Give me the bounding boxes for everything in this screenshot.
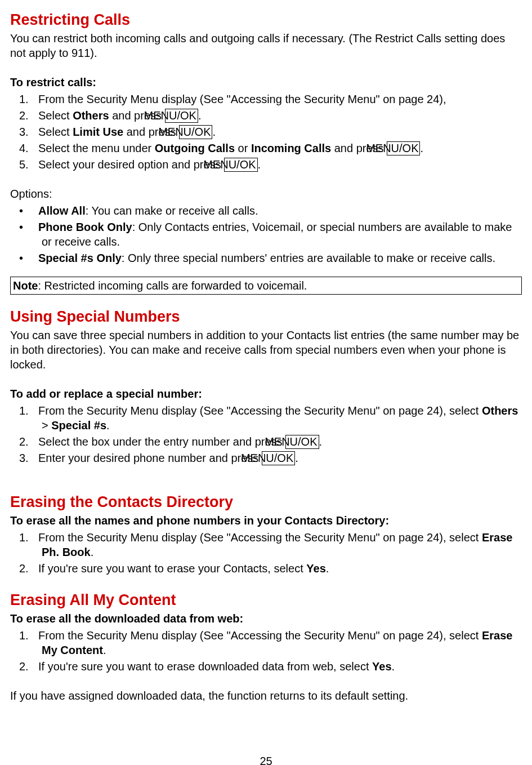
heading-special-numbers: Using Special Numbers bbox=[10, 307, 522, 327]
list-item: 1.From the Security Menu display (See "A… bbox=[10, 628, 522, 657]
list-item: •Allow All: You can make or receive all … bbox=[10, 203, 522, 218]
step-text: . bbox=[103, 644, 106, 656]
step-text: or bbox=[235, 142, 251, 154]
menu-ok-key: MENU/OK bbox=[387, 141, 420, 155]
subheading-add-special-number: To add or replace a special number: bbox=[10, 386, 522, 401]
erase-contacts-steps: 1.From the Security Menu display (See "A… bbox=[10, 530, 522, 576]
step-text: . bbox=[392, 660, 395, 673]
intro-special-numbers: You can save three special numbers in ad… bbox=[10, 328, 522, 372]
step-bold: Yes bbox=[306, 562, 325, 575]
step-text: From the Security Menu display (See "Acc… bbox=[38, 531, 482, 544]
step-bold: Special #s bbox=[51, 419, 106, 432]
note-text: : Restricted incoming calls are forwarde… bbox=[38, 279, 307, 292]
list-item: 1.From the Security Menu display (See "A… bbox=[10, 403, 522, 433]
step-text: Enter your desired phone number and pres… bbox=[38, 452, 262, 464]
step-bold: Incoming Calls bbox=[251, 142, 331, 154]
list-item: •Special #s Only: Only three special num… bbox=[10, 251, 522, 265]
step-text: . bbox=[295, 452, 298, 464]
list-item: 5.Select your desired option and press M… bbox=[10, 157, 522, 172]
subheading-erase-content: To erase all the downloaded data from we… bbox=[10, 611, 522, 626]
step-text: From the Security Menu display (See "Acc… bbox=[38, 629, 482, 642]
step-text: Select bbox=[38, 109, 73, 122]
step-text: . bbox=[258, 158, 261, 171]
special-number-steps: 1.From the Security Menu display (See "A… bbox=[10, 403, 522, 465]
page-number: 25 bbox=[10, 754, 522, 765]
step-text: . bbox=[106, 419, 110, 432]
subheading-to-restrict-calls: To restrict calls: bbox=[10, 75, 522, 90]
step-text: Select bbox=[38, 126, 73, 138]
trailing-note: If you have assigned downloaded data, th… bbox=[10, 688, 522, 703]
menu-ok-key: MENU/OK bbox=[224, 158, 257, 172]
step-text: Select the menu under bbox=[38, 142, 155, 154]
step-text: . bbox=[212, 126, 216, 138]
step-text: If you're sure you want to erase your Co… bbox=[38, 562, 306, 575]
step-text: . bbox=[326, 562, 329, 575]
option-text: : You can make or receive all calls. bbox=[86, 204, 258, 217]
restrict-calls-steps: 1.From the Security Menu display (See "A… bbox=[10, 92, 522, 172]
list-item: 2.Select the box under the entry number … bbox=[10, 434, 522, 449]
step-text: . bbox=[420, 142, 423, 154]
heading-erasing-contacts: Erasing the Contacts Directory bbox=[10, 492, 522, 512]
list-item: 2.Select Others and press MENU/OK. bbox=[10, 108, 522, 123]
step-text: . bbox=[91, 546, 94, 558]
heading-erasing-content: Erasing All My Content bbox=[10, 590, 522, 610]
intro-restricting-calls: You can restrict both incoming calls and… bbox=[10, 31, 522, 60]
step-bold: Others bbox=[73, 109, 109, 122]
step-text: > bbox=[42, 419, 51, 432]
option-bold: Phone Book Only bbox=[38, 221, 132, 233]
step-text: . bbox=[319, 435, 323, 448]
note-box: Note: Restricted incoming calls are forw… bbox=[10, 277, 522, 295]
options-list: •Allow All: You can make or receive all … bbox=[10, 203, 522, 265]
options-label: Options: bbox=[10, 186, 522, 201]
note-label: Note bbox=[13, 279, 38, 292]
list-item: 4.Select the menu under Outgoing Calls o… bbox=[10, 141, 522, 155]
erase-content-steps: 1.From the Security Menu display (See "A… bbox=[10, 628, 522, 674]
step-bold: Outgoing Calls bbox=[155, 142, 235, 154]
subheading-erase-contacts: To erase all the names and phone numbers… bbox=[10, 513, 522, 528]
menu-ok-key: MENU/OK bbox=[285, 435, 319, 449]
menu-ok-key: MENU/OK bbox=[262, 451, 295, 465]
step-bold: Yes bbox=[372, 660, 391, 673]
step-text: From the Security Menu display (See "Acc… bbox=[38, 404, 482, 417]
step-bold: Others bbox=[482, 404, 518, 417]
list-item: •Phone Book Only: Only Contacts entries,… bbox=[10, 220, 522, 249]
option-text: : Only three special numbers' entries ar… bbox=[122, 252, 495, 264]
step-text: Select the box under the entry number an… bbox=[38, 435, 285, 448]
step-bold: Limit Use bbox=[73, 126, 123, 138]
list-item: 2.If you're sure you want to erase downl… bbox=[10, 659, 522, 674]
list-item: 1.From the Security Menu display (See "A… bbox=[10, 530, 522, 559]
list-item: 1.From the Security Menu display (See "A… bbox=[10, 92, 522, 106]
option-bold: Allow All bbox=[38, 204, 86, 217]
menu-ok-key: MENU/OK bbox=[179, 125, 212, 139]
option-bold: Special #s Only bbox=[38, 252, 122, 264]
list-item: 2.If you're sure you want to erase your … bbox=[10, 561, 522, 576]
step-text: . bbox=[198, 109, 202, 122]
list-item: 3.Select Limit Use and press MENU/OK. bbox=[10, 124, 522, 139]
menu-ok-key: MENU/OK bbox=[165, 109, 198, 123]
list-item: 3.Enter your desired phone number and pr… bbox=[10, 451, 522, 465]
step-text: Select your desired option and press bbox=[38, 158, 224, 171]
step-text: If you're sure you want to erase downloa… bbox=[38, 660, 372, 673]
step-text: From the Security Menu display (See "Acc… bbox=[38, 93, 446, 105]
heading-restricting-calls: Restricting Calls bbox=[10, 10, 522, 30]
